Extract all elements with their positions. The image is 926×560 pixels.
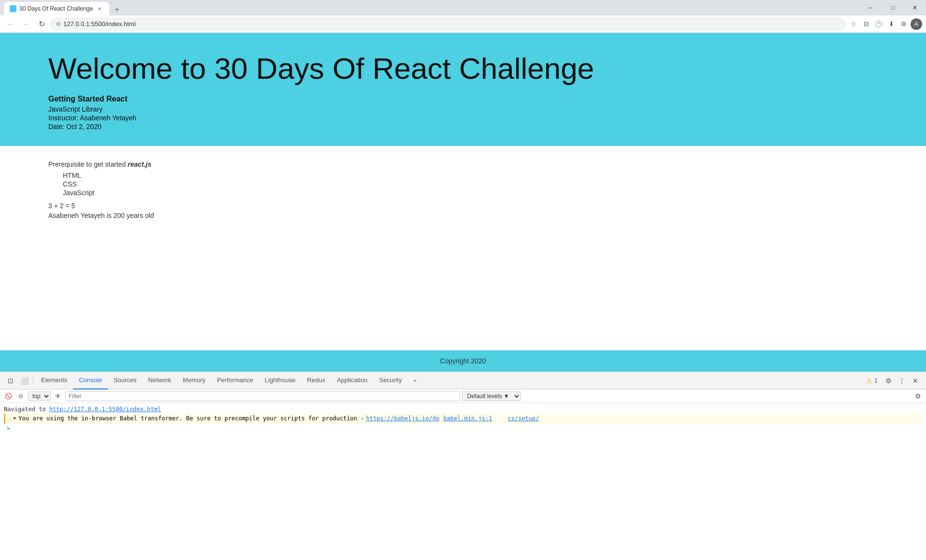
devtools-inspect-icon[interactable]: ⊡ xyxy=(4,374,17,388)
tab-close-button[interactable]: ✕ xyxy=(96,5,103,13)
download-icon[interactable]: ⬇ xyxy=(885,18,897,30)
filter-icon[interactable]: ⊝ xyxy=(15,391,26,402)
console-output: Navigated to http://127.0.0.1:5500/index… xyxy=(0,403,926,435)
warn-triangle-icon: ⚠ xyxy=(8,416,12,422)
eye-icon[interactable]: 👁 xyxy=(53,391,63,402)
warn-link-cs-setup[interactable]: cs/setup/ xyxy=(507,415,539,422)
hero-title: Welcome to 30 Days Of React Challenge xyxy=(48,52,878,85)
close-button[interactable]: ✕ xyxy=(904,0,926,15)
nav-bar: ← → ↻ ⊙ 127.0.0.1:5500/index.html ☆ ⊟ 🕐 … xyxy=(0,15,926,33)
levels-selector[interactable]: Default levels ▼ xyxy=(462,391,521,401)
hero-instructor: Instructor: Asabeneh Yetayeh xyxy=(48,114,878,122)
console-warn-line: ⚠ ▶ You are using the in-browser Babel t… xyxy=(4,414,922,424)
address-bar[interactable]: ⊙ 127.0.0.1:5500/index.html xyxy=(50,17,846,31)
tab-elements[interactable]: Elements xyxy=(35,372,73,389)
clear-console-icon[interactable]: 🚫 xyxy=(3,391,14,402)
bookmark-icon[interactable]: ⊟ xyxy=(860,18,872,30)
prereq-list: HTML CSS JavaScript xyxy=(63,171,878,197)
warning-icon: ⚠ xyxy=(866,377,872,385)
profile-icon[interactable]: A xyxy=(911,18,922,30)
devtools-tab-sep xyxy=(33,376,33,386)
context-selector[interactable]: top xyxy=(28,391,51,401)
tab-lighthouse[interactable]: Lighthouse xyxy=(259,372,302,389)
main-content: Prerequisite to get started react.js HTM… xyxy=(0,146,926,234)
more-tabs-button[interactable]: » xyxy=(407,372,422,389)
filter-input[interactable] xyxy=(65,391,460,401)
console-prompt-line[interactable]: > xyxy=(4,424,922,433)
history-icon[interactable]: 🕐 xyxy=(873,18,884,30)
address-text: 127.0.0.1:5500/index.html xyxy=(63,20,840,28)
page-content: Welcome to 30 Days Of React Challenge Ge… xyxy=(0,33,926,372)
warn-expand-icon[interactable]: ▶ xyxy=(14,415,16,420)
prereq-bold: react.js xyxy=(128,160,151,168)
prereq-label: Prerequisite to get started xyxy=(48,160,126,168)
active-tab[interactable]: 30 Days Of React Challenge ✕ xyxy=(4,2,109,15)
tab-sources[interactable]: Sources xyxy=(108,372,143,389)
devtools-settings-small-icon[interactable]: ⚙ xyxy=(912,391,923,402)
warning-count: 1 xyxy=(874,377,878,384)
prereq-item-html: HTML xyxy=(63,171,878,180)
console-nav-line: Navigated to http://127.0.0.1:5500/index… xyxy=(4,405,922,414)
tab-strip: 30 Days Of React Challenge ✕ + ─ □ ✕ xyxy=(0,0,926,15)
warn-link-cs: cs/setup/ xyxy=(507,415,539,422)
tab-application[interactable]: Application xyxy=(331,372,374,389)
refresh-button[interactable]: ↻ xyxy=(35,17,48,31)
toolbar-icons: ☆ ⊟ 🕐 ⬇ ⚙ A xyxy=(848,18,922,30)
prereq-item-css: CSS xyxy=(63,180,878,188)
prompt-arrow: > xyxy=(7,425,10,432)
tab-performance[interactable]: Performance xyxy=(211,372,259,389)
devtools-panel: ⊡ ⬜ Elements Console Sources Network Mem… xyxy=(0,372,926,560)
warn-link-babel-min[interactable]: babel.min.js:1 xyxy=(443,415,492,422)
tab-memory[interactable]: Memory xyxy=(177,372,211,389)
hero-section: Welcome to 30 Days Of React Challenge Ge… xyxy=(0,33,926,146)
devtools-tab-bar: ⊡ ⬜ Elements Console Sources Network Mem… xyxy=(0,372,926,389)
minimize-button[interactable]: ─ xyxy=(859,0,882,15)
tab-title: 30 Days Of React Challenge xyxy=(19,5,93,12)
hero-library: JavaScript Library xyxy=(48,105,878,113)
window-controls: ─ □ ✕ xyxy=(859,0,926,15)
nav-prefix: Navigated to xyxy=(4,406,49,413)
tab-network[interactable]: Network xyxy=(143,372,177,389)
devtools-settings-icon[interactable]: ⚙ xyxy=(882,374,895,388)
back-button[interactable]: ← xyxy=(4,17,17,31)
age-line: Asabeneh Yetayeh is 200 years old xyxy=(48,212,878,219)
console-toolbar: 🚫 ⊝ top 👁 Default levels ▼ ⚙ xyxy=(0,389,926,403)
nav-link[interactable]: http://127.0.0.1:5500/index.html xyxy=(49,406,161,413)
forward-button[interactable]: → xyxy=(19,17,33,31)
tab-console[interactable]: Console xyxy=(73,372,108,389)
settings-icon[interactable]: ⚙ xyxy=(898,18,910,30)
hero-date: Date: Oct 2, 2020 xyxy=(48,123,878,130)
tab-redux[interactable]: Redux xyxy=(301,372,331,389)
star-icon[interactable]: ☆ xyxy=(848,18,859,30)
warn-text: You are using the in-browser Babel trans… xyxy=(18,415,364,422)
math-line: 3 + 2 = 5 xyxy=(48,202,878,210)
lock-icon: ⊙ xyxy=(56,21,60,27)
devtools-more-icon[interactable]: ⋮ xyxy=(895,374,909,388)
tab-security[interactable]: Security xyxy=(373,372,407,389)
warning-badge: ⚠ 1 xyxy=(862,377,882,385)
devtools-close-icon[interactable]: ✕ xyxy=(909,374,922,388)
tab-favicon xyxy=(10,5,16,12)
browser-window: 30 Days Of React Challenge ✕ + ─ □ ✕ ← →… xyxy=(0,0,926,560)
prereq-line: Prerequisite to get started react.js xyxy=(48,160,878,168)
prereq-item-js: JavaScript xyxy=(63,188,878,197)
warn-link-babeljs[interactable]: https://babeljs.io/do xyxy=(366,415,440,422)
hero-subtitle: Getting Started React xyxy=(48,95,878,103)
footer-section: Copyright 2020 xyxy=(0,350,926,372)
new-tab-button[interactable]: + xyxy=(111,4,123,15)
devtools-device-icon[interactable]: ⬜ xyxy=(17,374,31,388)
footer-copyright: Copyright 2020 xyxy=(440,357,486,365)
maximize-button[interactable]: □ xyxy=(882,0,904,15)
